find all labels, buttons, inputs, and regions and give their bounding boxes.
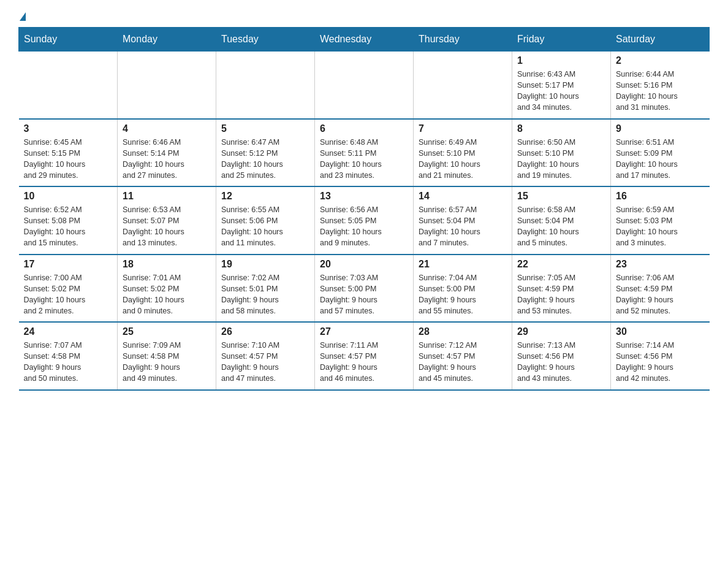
day-number: 15 — [517, 191, 605, 202]
weekday-header-row: SundayMondayTuesdayWednesdayThursdayFrid… — [19, 28, 710, 52]
calendar-cell: 16Sunrise: 6:59 AM Sunset: 5:03 PM Dayli… — [611, 186, 710, 255]
day-info: Sunrise: 6:47 AM Sunset: 5:12 PM Dayligh… — [221, 137, 309, 182]
day-info: Sunrise: 7:09 AM Sunset: 4:58 PM Dayligh… — [123, 340, 211, 385]
day-info: Sunrise: 7:02 AM Sunset: 5:01 PM Dayligh… — [221, 272, 309, 317]
day-info: Sunrise: 7:03 AM Sunset: 5:00 PM Dayligh… — [320, 272, 408, 317]
calendar-cell: 24Sunrise: 7:07 AM Sunset: 4:58 PM Dayli… — [19, 322, 118, 390]
calendar-cell: 28Sunrise: 7:12 AM Sunset: 4:57 PM Dayli… — [414, 322, 512, 390]
calendar-cell: 9Sunrise: 6:51 AM Sunset: 5:09 PM Daylig… — [611, 119, 710, 187]
day-number: 25 — [123, 326, 211, 337]
day-info: Sunrise: 7:05 AM Sunset: 4:59 PM Dayligh… — [517, 272, 605, 317]
calendar-week-row: 3Sunrise: 6:45 AM Sunset: 5:15 PM Daylig… — [19, 119, 710, 187]
day-number: 10 — [24, 191, 113, 202]
calendar-body: 1Sunrise: 6:43 AM Sunset: 5:17 PM Daylig… — [19, 52, 710, 390]
day-info: Sunrise: 6:45 AM Sunset: 5:15 PM Dayligh… — [24, 137, 113, 182]
calendar-cell: 29Sunrise: 7:13 AM Sunset: 4:56 PM Dayli… — [512, 322, 611, 390]
day-info: Sunrise: 6:59 AM Sunset: 5:03 PM Dayligh… — [616, 204, 705, 249]
day-number: 6 — [320, 123, 408, 134]
calendar-cell: 10Sunrise: 6:52 AM Sunset: 5:08 PM Dayli… — [19, 186, 118, 255]
day-info: Sunrise: 6:51 AM Sunset: 5:09 PM Dayligh… — [616, 137, 705, 182]
calendar-cell: 11Sunrise: 6:53 AM Sunset: 5:07 PM Dayli… — [118, 186, 216, 255]
day-number: 14 — [419, 191, 507, 202]
calendar-cell: 23Sunrise: 7:06 AM Sunset: 4:59 PM Dayli… — [611, 255, 710, 323]
day-number: 18 — [123, 259, 211, 270]
day-info: Sunrise: 6:55 AM Sunset: 5:06 PM Dayligh… — [221, 204, 309, 249]
day-number: 19 — [221, 259, 309, 270]
day-info: Sunrise: 6:49 AM Sunset: 5:10 PM Dayligh… — [419, 137, 507, 182]
day-info: Sunrise: 7:04 AM Sunset: 5:00 PM Dayligh… — [419, 272, 507, 317]
day-number: 13 — [320, 191, 408, 202]
day-info: Sunrise: 6:57 AM Sunset: 5:04 PM Dayligh… — [419, 204, 507, 249]
calendar-cell: 26Sunrise: 7:10 AM Sunset: 4:57 PM Dayli… — [216, 322, 315, 390]
weekday-header-saturday: Saturday — [611, 28, 710, 52]
day-info: Sunrise: 6:44 AM Sunset: 5:16 PM Dayligh… — [616, 69, 705, 113]
day-info: Sunrise: 7:06 AM Sunset: 4:59 PM Dayligh… — [616, 272, 705, 317]
day-number: 12 — [221, 191, 309, 202]
weekday-header-sunday: Sunday — [19, 28, 118, 52]
calendar-cell — [216, 52, 315, 119]
day-number: 4 — [123, 123, 211, 134]
day-info: Sunrise: 6:58 AM Sunset: 5:04 PM Dayligh… — [517, 204, 605, 249]
day-number: 3 — [24, 123, 113, 134]
calendar-cell: 8Sunrise: 6:50 AM Sunset: 5:10 PM Daylig… — [512, 119, 611, 187]
day-number: 28 — [419, 326, 507, 337]
calendar-cell: 1Sunrise: 6:43 AM Sunset: 5:17 PM Daylig… — [512, 52, 611, 119]
day-info: Sunrise: 6:56 AM Sunset: 5:05 PM Dayligh… — [320, 204, 408, 249]
calendar-table: SundayMondayTuesdayWednesdayThursdayFrid… — [18, 27, 710, 391]
weekday-header-tuesday: Tuesday — [216, 28, 315, 52]
calendar-week-row: 17Sunrise: 7:00 AM Sunset: 5:02 PM Dayli… — [19, 255, 710, 323]
calendar-cell: 19Sunrise: 7:02 AM Sunset: 5:01 PM Dayli… — [216, 255, 315, 323]
calendar-cell — [315, 52, 414, 119]
calendar-cell: 20Sunrise: 7:03 AM Sunset: 5:00 PM Dayli… — [315, 255, 414, 323]
calendar-week-row: 24Sunrise: 7:07 AM Sunset: 4:58 PM Dayli… — [19, 322, 710, 390]
day-info: Sunrise: 6:50 AM Sunset: 5:10 PM Dayligh… — [517, 137, 605, 182]
day-info: Sunrise: 7:01 AM Sunset: 5:02 PM Dayligh… — [123, 272, 211, 317]
day-number: 23 — [616, 259, 705, 270]
day-number: 1 — [517, 55, 605, 66]
weekday-header-wednesday: Wednesday — [315, 28, 414, 52]
day-number: 27 — [320, 326, 408, 337]
calendar-cell: 6Sunrise: 6:48 AM Sunset: 5:11 PM Daylig… — [315, 119, 414, 187]
day-number: 21 — [419, 259, 507, 270]
day-info: Sunrise: 7:10 AM Sunset: 4:57 PM Dayligh… — [221, 340, 309, 385]
calendar-cell: 18Sunrise: 7:01 AM Sunset: 5:02 PM Dayli… — [118, 255, 216, 323]
logo — [18, 12, 26, 21]
calendar-cell: 14Sunrise: 6:57 AM Sunset: 5:04 PM Dayli… — [414, 186, 512, 255]
calendar-cell: 30Sunrise: 7:14 AM Sunset: 4:56 PM Dayli… — [611, 322, 710, 390]
day-number: 11 — [123, 191, 211, 202]
page-header — [18, 12, 710, 21]
day-info: Sunrise: 7:12 AM Sunset: 4:57 PM Dayligh… — [419, 340, 507, 385]
day-number: 22 — [517, 259, 605, 270]
day-number: 16 — [616, 191, 705, 202]
calendar-cell: 17Sunrise: 7:00 AM Sunset: 5:02 PM Dayli… — [19, 255, 118, 323]
calendar-cell: 2Sunrise: 6:44 AM Sunset: 5:16 PM Daylig… — [611, 52, 710, 119]
day-info: Sunrise: 7:11 AM Sunset: 4:57 PM Dayligh… — [320, 340, 408, 385]
calendar-cell — [118, 52, 216, 119]
day-number: 30 — [616, 326, 705, 337]
calendar-cell: 12Sunrise: 6:55 AM Sunset: 5:06 PM Dayli… — [216, 186, 315, 255]
day-info: Sunrise: 6:46 AM Sunset: 5:14 PM Dayligh… — [123, 137, 211, 182]
day-number: 24 — [24, 326, 113, 337]
calendar-cell — [19, 52, 118, 119]
calendar-cell — [414, 52, 512, 119]
day-info: Sunrise: 6:48 AM Sunset: 5:11 PM Dayligh… — [320, 137, 408, 182]
day-number: 8 — [517, 123, 605, 134]
day-info: Sunrise: 7:00 AM Sunset: 5:02 PM Dayligh… — [24, 272, 113, 317]
calendar-week-row: 1Sunrise: 6:43 AM Sunset: 5:17 PM Daylig… — [19, 52, 710, 119]
calendar-cell: 7Sunrise: 6:49 AM Sunset: 5:10 PM Daylig… — [414, 119, 512, 187]
calendar-cell: 5Sunrise: 6:47 AM Sunset: 5:12 PM Daylig… — [216, 119, 315, 187]
weekday-header-thursday: Thursday — [414, 28, 512, 52]
day-number: 26 — [221, 326, 309, 337]
calendar-header: SundayMondayTuesdayWednesdayThursdayFrid… — [19, 28, 710, 52]
day-info: Sunrise: 6:52 AM Sunset: 5:08 PM Dayligh… — [24, 204, 113, 249]
day-number: 5 — [221, 123, 309, 134]
weekday-header-monday: Monday — [118, 28, 216, 52]
calendar-cell: 22Sunrise: 7:05 AM Sunset: 4:59 PM Dayli… — [512, 255, 611, 323]
day-info: Sunrise: 6:43 AM Sunset: 5:17 PM Dayligh… — [517, 69, 605, 113]
logo-triangle-icon — [20, 12, 26, 21]
day-info: Sunrise: 7:13 AM Sunset: 4:56 PM Dayligh… — [517, 340, 605, 385]
day-number: 9 — [616, 123, 705, 134]
calendar-cell: 13Sunrise: 6:56 AM Sunset: 5:05 PM Dayli… — [315, 186, 414, 255]
calendar-cell: 4Sunrise: 6:46 AM Sunset: 5:14 PM Daylig… — [118, 119, 216, 187]
day-number: 17 — [24, 259, 113, 270]
